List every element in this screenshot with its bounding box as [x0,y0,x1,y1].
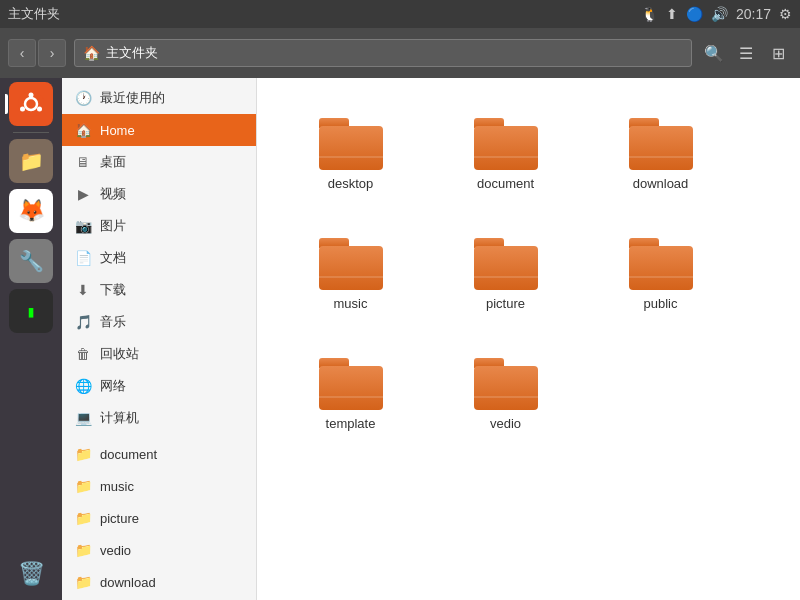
folder-item-vedio[interactable]: vedio [428,334,583,454]
folder-body [319,126,383,170]
trash-icon: 🗑️ [18,561,45,587]
sidebar-label-recent: 最近使用的 [100,89,165,107]
trash-sidebar-icon: 🗑 [74,346,92,362]
tux-icon: 🐧 [641,6,658,22]
sidebar-label-desktop: 桌面 [100,153,126,171]
folder-item-download[interactable]: download [583,94,738,214]
folder-body [319,366,383,410]
sidebar-item-recent[interactable]: 🕐 最近使用的 [62,82,256,114]
sidebar-item-network[interactable]: 🌐 网络 [62,370,256,402]
sidebar: 🕐 最近使用的 🏠 Home 🖥 桌面 ▶ 视频 📷 图片 📄 文档 [62,78,257,600]
folder-item-template[interactable]: template [273,334,428,454]
launcher-trash[interactable]: 🗑️ [9,552,53,596]
sidebar-item-download2[interactable]: 📁 download [62,566,256,598]
folder-icon-music [319,238,383,290]
settings-app-icon: 🔧 [19,249,44,273]
folder-name-picture: picture [486,296,525,311]
sidebar-label-computer: 计算机 [100,409,139,427]
sidebar-label-vedio2: vedio [100,543,131,558]
toolbar: ‹ › 🏠 主文件夹 🔍 ☰ ⊞ [0,28,800,78]
sidebar-item-trash[interactable]: 🗑 回收站 [62,338,256,370]
sidebar-item-music[interactable]: 🎵 音乐 [62,306,256,338]
folder-body [474,246,538,290]
search-button[interactable]: 🔍 [700,39,728,67]
video-icon: ▶ [74,186,92,202]
sidebar-label-network: 网络 [100,377,126,395]
folder-icon-public [629,238,693,290]
sidebar-item-downloads[interactable]: ⬇ 下载 [62,274,256,306]
window-title: 主文件夹 [8,5,60,23]
folder-item-music[interactable]: music [273,214,428,334]
folder-item-picture[interactable]: picture [428,214,583,334]
sidebar-item-home[interactable]: 🏠 Home [62,114,256,146]
recent-icon: 🕐 [74,90,92,106]
content-area: 📁 🦊 🔧 ▮ 🗑️ 🕐 最近使用的 🏠 Ho [0,78,800,600]
sidebar-label-home: Home [100,123,135,138]
desktop-icon: 🖥 [74,154,92,170]
pictures-icon: 📷 [74,218,92,234]
grid-view-button[interactable]: ⊞ [764,39,792,67]
location-text: 主文件夹 [106,44,158,62]
sidebar-item-vedio2[interactable]: 📁 vedio [62,534,256,566]
folder-icon-download [629,118,693,170]
folder-icon-document [474,118,538,170]
sidebar-item-picture2[interactable]: 📁 picture [62,502,256,534]
svg-point-4 [20,107,25,112]
folder-icon-template [319,358,383,410]
launcher: 📁 🦊 🔧 ▮ 🗑️ [0,78,62,600]
nav-buttons: ‹ › [8,39,66,67]
folder-shine [474,156,538,158]
folder-shine [319,276,383,278]
folder-icon-desktop [319,118,383,170]
folder-shine [319,396,383,398]
sidebar-item-docs[interactable]: 📄 文档 [62,242,256,274]
music-icon: 🎵 [74,314,92,330]
sidebar-item-pictures[interactable]: 📷 图片 [62,210,256,242]
top-bar-icons: 🐧 ⬆ 🔵 🔊 20:17 ⚙ [641,6,792,22]
launcher-settings[interactable]: 🔧 [9,239,53,283]
folder-icon-picture [474,238,538,290]
folder-name-music: music [334,296,368,311]
launcher-terminal[interactable]: ▮ [9,289,53,333]
top-bar: 主文件夹 🐧 ⬆ 🔵 🔊 20:17 ⚙ [0,0,800,28]
folder-shine [629,156,693,158]
folder-name-desktop: desktop [328,176,374,191]
list-view-button[interactable]: ☰ [732,39,760,67]
svg-point-3 [37,107,42,112]
sidebar-label-video: 视频 [100,185,126,203]
sidebar-item-document2[interactable]: 📁 document [62,438,256,470]
folder-name-template: template [326,416,376,431]
folder-shine [474,276,538,278]
sidebar-item-computer[interactable]: 💻 计算机 [62,402,256,434]
folder-name-document: document [477,176,534,191]
sidebar-label-download2: download [100,575,156,590]
location-bar[interactable]: 🏠 主文件夹 [74,39,692,67]
launcher-firefox[interactable]: 🦊 [9,189,53,233]
folder-item-document[interactable]: document [428,94,583,214]
sidebar-label-music2: music [100,479,134,494]
launcher-ubuntu[interactable] [9,82,53,126]
toolbar-actions: 🔍 ☰ ⊞ [700,39,792,67]
sidebar-item-video[interactable]: ▶ 视频 [62,178,256,210]
sidebar-label-document2: document [100,447,157,462]
sidebar-item-desktop[interactable]: 🖥 桌面 [62,146,256,178]
forward-button[interactable]: › [38,39,66,67]
vedio2-icon: 📁 [74,542,92,558]
folder-item-public[interactable]: public [583,214,738,334]
main-window: ‹ › 🏠 主文件夹 🔍 ☰ ⊞ [0,28,800,600]
svg-point-2 [29,93,34,98]
launcher-files[interactable]: 📁 [9,139,53,183]
files-icon: 📁 [19,149,44,173]
folder-body [629,126,693,170]
folder-item-desktop[interactable]: desktop [273,94,428,214]
folder-body [319,246,383,290]
downloads-icon: ⬇ [74,282,92,298]
computer-icon: 💻 [74,410,92,426]
back-button[interactable]: ‹ [8,39,36,67]
sidebar-item-music2[interactable]: 📁 music [62,470,256,502]
launcher-divider [13,132,49,133]
network-icon: 🌐 [74,378,92,394]
bluetooth-icon: 🔵 [686,6,703,22]
folder-name-download: download [633,176,689,191]
docs-icon: 📄 [74,250,92,266]
